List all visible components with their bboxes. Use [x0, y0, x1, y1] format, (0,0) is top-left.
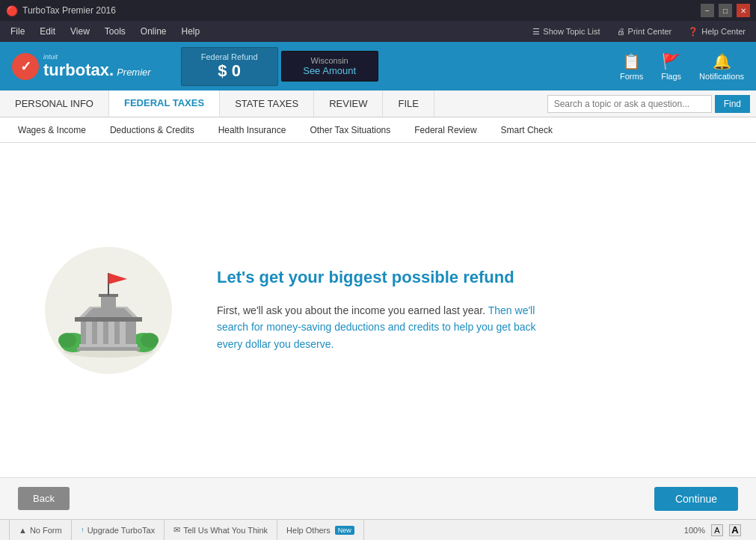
subnav-deductions-credits[interactable]: Deductions & Credits [98, 119, 206, 141]
logo-premier: Premier [117, 67, 151, 78]
forms-icon: 📋 [622, 52, 641, 70]
status-upgrade[interactable]: ↑ Upgrade TurboTax [72, 520, 165, 540]
font-size-a-large[interactable]: A [729, 524, 741, 536]
mail-icon: ✉ [173, 525, 180, 535]
close-button[interactable]: ✕ [737, 4, 750, 17]
svg-rect-12 [75, 317, 142, 322]
tab-personal-info[interactable]: PERSONAL INFO [0, 90, 109, 117]
print-icon: 🖨 [617, 27, 625, 36]
menu-file[interactable]: File [3, 23, 32, 40]
topic-icon: ☰ [532, 27, 540, 37]
forms-icon-area[interactable]: 📋 Forms [620, 52, 643, 81]
tab-federal-taxes[interactable]: FEDERAL TAXES [109, 90, 220, 117]
print-center-button[interactable]: 🖨 Print Center [609, 24, 680, 39]
building-svg [52, 254, 165, 366]
bell-icon: 🔔 [713, 52, 731, 70]
status-no-form: ▲ No Form [9, 520, 72, 540]
window-controls: − □ ✕ [701, 4, 750, 17]
help-icon: ❓ [688, 27, 698, 37]
menu-bar: File Edit View Tools Online Help ☰ Show … [0, 21, 756, 42]
minimize-button[interactable]: − [701, 4, 714, 17]
menu-edit[interactable]: Edit [32, 23, 63, 40]
title-bar-text: TurboTax Premier 2016 [22, 5, 701, 16]
title-bar-icon: 🔴 [6, 5, 18, 16]
notifications-icon-area[interactable]: 🔔 Notifications [699, 52, 744, 81]
zoom-percent: 100% [684, 526, 705, 535]
menu-tools[interactable]: Tools [97, 23, 133, 40]
logo-turbotax: turbotax. [43, 61, 114, 80]
subnav-other-tax[interactable]: Other Tax Situations [298, 119, 402, 141]
logo-area: ✓ intuit turbotax. Premier [12, 53, 151, 80]
forms-label: Forms [620, 72, 643, 81]
svg-rect-6 [86, 322, 92, 346]
svg-point-2 [58, 333, 76, 348]
subnav-federal-review[interactable]: Federal Review [402, 119, 488, 141]
menu-help[interactable]: Help [174, 23, 208, 40]
sub-nav: Wages & Income Deductions & Credits Heal… [0, 117, 756, 143]
font-size-a-small[interactable]: A [711, 524, 723, 536]
back-button[interactable]: Back [18, 487, 70, 510]
no-form-arrow-icon: ▲ [19, 526, 27, 535]
svg-rect-8 [108, 322, 114, 346]
upgrade-arrow-icon: ↑ [81, 526, 84, 534]
flags-icon-area[interactable]: 🚩 Flags [661, 52, 681, 81]
maximize-button[interactable]: □ [719, 4, 732, 17]
state-label: Wisconsin [294, 56, 366, 65]
show-topic-button[interactable]: ☰ Show Topic List [525, 24, 607, 40]
nav-search: Find [541, 90, 756, 117]
building-illustration [45, 247, 172, 374]
building-circle [45, 247, 172, 374]
notifications-label: Notifications [699, 72, 744, 81]
tab-review[interactable]: REVIEW [314, 90, 383, 117]
subnav-wages-income[interactable]: Wages & Income [6, 119, 98, 141]
toolbar-right: ☰ Show Topic List 🖨 Print Center ❓ Help … [525, 24, 753, 40]
flags-icon: 🚩 [662, 52, 680, 70]
continue-button[interactable]: Continue [654, 487, 738, 511]
paragraph-part1: First, we'll ask you about the income yo… [217, 304, 485, 316]
help-others-label: Help Others [286, 526, 331, 535]
app-header: ✓ intuit turbotax. Premier Federal Refun… [0, 42, 756, 90]
federal-refund-amount: $ 0 [194, 61, 265, 81]
search-input[interactable] [547, 95, 712, 113]
svg-rect-14 [77, 347, 140, 351]
content-heading: Let's get your biggest possible refund [217, 268, 546, 287]
find-button[interactable]: Find [715, 95, 750, 113]
logo-intuit: intuit [43, 53, 151, 61]
status-feedback[interactable]: ✉ Tell Us What You Think [165, 520, 277, 540]
no-form-label: No Form [30, 526, 62, 535]
new-badge: New [335, 526, 354, 535]
title-bar: 🔴 TurboTax Premier 2016 − □ ✕ [0, 0, 756, 21]
status-right: 100% A A [684, 524, 747, 536]
header-icons: 📋 Forms 🚩 Flags 🔔 Notifications [620, 52, 744, 81]
subnav-health-insurance[interactable]: Health Insurance [206, 119, 298, 141]
tab-file[interactable]: FILE [383, 90, 434, 117]
status-bar: ▲ No Form ↑ Upgrade TurboTax ✉ Tell Us W… [0, 519, 756, 540]
status-help-others[interactable]: Help Others New [277, 520, 364, 540]
svg-point-4 [141, 333, 159, 348]
flags-label: Flags [661, 72, 681, 81]
state-refund-box: Wisconsin See Amount [281, 51, 378, 82]
menu-view[interactable]: View [63, 23, 97, 40]
main-content: Let's get your biggest possible refund F… [0, 143, 756, 477]
help-center-button[interactable]: ❓ Help Center [680, 24, 753, 40]
upgrade-label: Upgrade TurboTax [87, 526, 156, 535]
menu-online[interactable]: Online [133, 23, 174, 40]
logo-text: intuit turbotax. Premier [43, 53, 151, 80]
tab-state-taxes[interactable]: STATE TAXES [220, 90, 314, 117]
federal-refund-box: Federal Refund $ 0 [181, 47, 278, 86]
logo-checkmark: ✓ [12, 53, 39, 80]
bottom-bar: Back Continue [0, 477, 756, 519]
subnav-smart-check[interactable]: Smart Check [489, 119, 565, 141]
svg-rect-7 [97, 322, 103, 346]
content-text: Let's get your biggest possible refund F… [217, 268, 546, 352]
federal-refund-label: Federal Refund [194, 52, 265, 61]
feedback-label: Tell Us What You Think [183, 526, 268, 535]
nav-tabs: PERSONAL INFO FEDERAL TAXES STATE TAXES … [0, 90, 756, 117]
state-see-amount-link[interactable]: See Amount [303, 65, 356, 76]
svg-rect-9 [120, 322, 126, 346]
svg-marker-18 [108, 273, 127, 284]
svg-rect-15 [101, 295, 116, 309]
content-paragraph: First, we'll ask you about the income yo… [217, 302, 546, 352]
